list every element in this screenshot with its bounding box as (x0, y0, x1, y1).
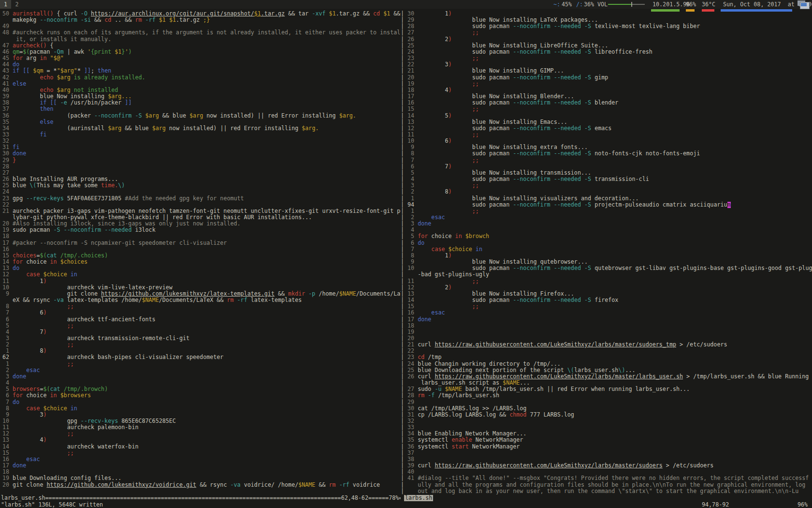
line-number: 37 (407, 450, 414, 456)
code-token: ) (128, 49, 131, 55)
code-token: ) (43, 437, 46, 443)
code-token: -rf (339, 482, 349, 488)
code-token: --noconfirm (64, 227, 101, 233)
code-token: ) (43, 348, 46, 354)
ip-address: 10.201.5.96 (652, 0, 690, 9)
line-number: 21 (407, 68, 414, 74)
line-number: 16 (2, 246, 9, 253)
line-number: 26 (407, 36, 414, 43)
line-number: 1 (407, 208, 414, 214)
code-token: aurcheck waterfox-bin (13, 444, 138, 450)
code-token: ) (449, 138, 452, 144)
code-line: | 1 ;; (401, 208, 812, 214)
line-number: 27 (2, 170, 9, 176)
code-line: | 18 (401, 323, 812, 329)
line-number: 16 (2, 456, 9, 463)
line-number: 13 (2, 265, 9, 271)
line-number: 6 (2, 392, 9, 399)
line-number: 10 (2, 418, 9, 424)
window-separator: | (401, 81, 407, 87)
code-token: { (46, 43, 53, 49)
code-token: -Qm (54, 49, 64, 55)
code-token: if (13, 68, 19, 74)
code-token: cd (373, 11, 380, 17)
code-line: 2 esac (2, 367, 401, 374)
window-separator: | (401, 291, 407, 297)
display-tray-icon[interactable] (798, 0, 810, 8)
vim-right-window[interactable]: | 30 1)| 29 blue Now installing LaTeX pa… (401, 11, 812, 495)
code-token: ully and all the programs and configurat… (418, 482, 809, 488)
window-separator: | (401, 348, 407, 354)
workspace-tag-2[interactable]: 2 (13, 0, 21, 9)
code-line: | 22 (401, 348, 812, 354)
line-number: 6 (2, 316, 9, 323)
code-token: now installed) || red Error installing (203, 113, 339, 119)
code-token: echo (40, 75, 53, 81)
code-token (418, 310, 431, 316)
code-token: aurcheck vim-live-latex-preview (13, 284, 173, 291)
code-token: \( (567, 367, 574, 374)
code-token: -S (54, 227, 60, 233)
root-usage-value: 36% (584, 0, 594, 9)
statusline-left-window: larbs_user.sh===========================… (1, 495, 401, 501)
code-token: aurcheck() (13, 43, 46, 49)
code-token: done (418, 316, 431, 323)
code-token: ;} (203, 17, 210, 23)
window-separator: | (401, 125, 407, 132)
window-separator: | (401, 297, 407, 303)
code-line: | 38 (401, 456, 812, 463)
code-token (142, 113, 145, 119)
code-token: $1 (383, 11, 390, 17)
code-token: in (40, 55, 46, 61)
code-line: makepkg --noconfirm -si && cd .. && rm -… (2, 17, 401, 23)
code-token: $1 (254, 11, 261, 17)
code-token: /tmp/larbs_user.sh (435, 392, 499, 399)
code-token (87, 11, 91, 17)
code-token: 1 (418, 253, 448, 259)
code-token: firefox (591, 297, 618, 303)
code-token: --needed (554, 75, 581, 81)
code-token: in (455, 233, 462, 239)
line-number: 24 (407, 49, 414, 55)
code-line: 29 } (2, 157, 401, 164)
code-line: 12 case $choice in (2, 271, 401, 278)
code-token: (packer (13, 113, 94, 119)
code-line: | 26 curl https://raw.githubusercontent.… (401, 374, 812, 380)
code-line: | 16 esac (401, 310, 812, 316)
window-separator: | (401, 316, 407, 323)
code-token: ;; (67, 342, 74, 348)
code-token: -f (428, 392, 435, 399)
line-number: 31 (407, 412, 414, 418)
code-line: | 29 (401, 399, 812, 405)
vim-left-window[interactable]: 50 aurinstall() { curl -O https://aur.ar… (0, 11, 401, 495)
window-separator: | (401, 488, 407, 494)
code-token: ... (625, 367, 635, 374)
line-number: 34 (407, 431, 414, 437)
code-line: | 20 sudo pacman --noconfirm --needed -S… (401, 75, 812, 81)
line-number: 12 (2, 431, 9, 437)
line-number: 11 (2, 424, 9, 431)
line-number: 16 (407, 310, 414, 316)
line-number: 2 (407, 214, 414, 221)
code-token: gpg (13, 195, 26, 202)
code-line: | 19 (401, 329, 812, 335)
code-line: | 7 ;; (401, 157, 812, 164)
line-number: 29 (407, 399, 414, 405)
code-line: eX && rsync -va latex-templates /home/$N… (2, 297, 401, 303)
code-line: it, or installs it manually. (2, 36, 401, 43)
code-token: blue Now installing Firefox... (418, 291, 574, 297)
code-token: $NAME (142, 297, 159, 303)
code-token: 865E6C87C65285EC (118, 418, 176, 424)
code-token (46, 100, 50, 106)
line-number: 19 (2, 475, 9, 481)
window-separator: | (401, 456, 407, 463)
code-token: 6 (13, 310, 43, 316)
code-token: .tar.gz (176, 17, 203, 23)
workspace-tag-1[interactable]: 1 (0, 0, 11, 9)
code-line: | 12 2) (401, 284, 812, 291)
code-token: = * (43, 68, 57, 74)
line-number: 9 (2, 291, 9, 297)
code-token: $arg (189, 113, 203, 119)
line-number: 33 (407, 424, 414, 431)
window-separator: | (401, 87, 407, 93)
